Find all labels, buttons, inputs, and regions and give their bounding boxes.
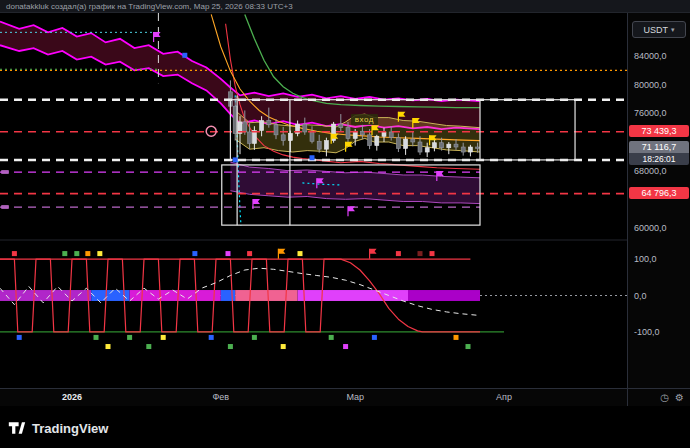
left-edge-marker bbox=[1, 205, 9, 209]
candle-body bbox=[425, 148, 429, 152]
signal-square bbox=[396, 251, 401, 256]
alert-price-value: 73 439,3 bbox=[641, 126, 676, 136]
histogram-bar bbox=[408, 290, 480, 301]
flag-marker bbox=[437, 171, 444, 176]
timezone-clock-icon[interactable]: ◷ bbox=[660, 393, 669, 403]
time-axis-label: 2026 bbox=[62, 392, 82, 402]
candle-body bbox=[324, 141, 328, 150]
signal-square bbox=[466, 344, 471, 349]
signal-square bbox=[247, 251, 252, 256]
candle-body bbox=[310, 132, 314, 141]
flag-marker bbox=[154, 32, 161, 37]
alert-price-badge[interactable]: 73 439,3 bbox=[629, 125, 689, 137]
signal-square bbox=[192, 251, 197, 256]
signal-square bbox=[228, 344, 233, 349]
time-axis-label: Мар bbox=[346, 392, 364, 402]
flag-marker bbox=[253, 199, 260, 204]
candle-body bbox=[432, 143, 436, 148]
currency-button[interactable]: USDT ▾ bbox=[632, 21, 686, 38]
candle-body bbox=[260, 121, 264, 131]
entry-annotation[interactable]: вход bbox=[351, 114, 378, 125]
histogram-bar bbox=[235, 290, 297, 301]
candle-body bbox=[303, 124, 307, 132]
candle-body bbox=[375, 136, 379, 145]
histogram-bar bbox=[298, 290, 408, 301]
tradingview-logo-text: TradingView bbox=[32, 421, 108, 436]
signal-square bbox=[182, 53, 187, 58]
signal-square bbox=[106, 344, 111, 349]
currency-button-label: USDT bbox=[643, 25, 668, 35]
candle-body bbox=[476, 147, 480, 148]
candle-body bbox=[404, 139, 408, 148]
last-price-badge: 71 116,7 18:26:01 bbox=[629, 141, 689, 165]
oscillator-axis-label: -100,0 bbox=[634, 327, 660, 337]
signal-square bbox=[281, 344, 286, 349]
signal-square bbox=[226, 251, 231, 256]
axis-settings-corner: ◷ ⚙ bbox=[627, 388, 690, 406]
time-axis[interactable]: 2026ФевМарАпр bbox=[0, 388, 627, 406]
signal-square bbox=[127, 335, 132, 340]
signal-square bbox=[97, 251, 102, 256]
signal-square bbox=[372, 335, 377, 340]
signal-square bbox=[430, 251, 435, 256]
signal-square bbox=[146, 344, 151, 349]
signal-square bbox=[343, 344, 348, 349]
time-axis-label: Апр bbox=[496, 392, 512, 402]
candle-body bbox=[389, 132, 393, 138]
candle-body bbox=[243, 122, 247, 132]
signal-square bbox=[161, 335, 166, 340]
signal-square bbox=[94, 335, 99, 340]
price-axis-label: 80000,0 bbox=[634, 80, 667, 90]
alert-price-value: 64 796,3 bbox=[641, 188, 676, 198]
candle-body bbox=[454, 144, 458, 147]
histogram-bar bbox=[221, 290, 235, 301]
chart-canvas[interactable] bbox=[0, 0, 690, 448]
candle-body bbox=[317, 141, 321, 149]
price-axis-label: 76000,0 bbox=[634, 108, 667, 118]
signal-square bbox=[252, 335, 257, 340]
signal-square bbox=[209, 335, 214, 340]
tradingview-logo[interactable]: TradingView bbox=[8, 420, 108, 436]
signal-square bbox=[74, 251, 79, 256]
signal-square bbox=[17, 335, 22, 340]
attribution-bar: donatakkluk создал(а) график на TradingV… bbox=[0, 0, 690, 13]
price-axis[interactable]: USDT ▾ 73 439,3 71 116,7 18:26:01 64 796… bbox=[627, 13, 690, 388]
signal-square bbox=[12, 251, 17, 256]
bar-countdown: 18:26:01 bbox=[629, 153, 689, 165]
alert-price-badge[interactable]: 64 796,3 bbox=[629, 187, 689, 199]
candle-body bbox=[461, 147, 465, 152]
signal-square bbox=[62, 251, 67, 256]
candle-body bbox=[418, 142, 422, 152]
tradingview-chart-window: donatakkluk создал(а) график на TradingV… bbox=[0, 0, 690, 448]
candle-body bbox=[368, 135, 372, 146]
candle-body bbox=[440, 143, 444, 148]
candle-body bbox=[382, 132, 386, 136]
histogram-bar bbox=[0, 290, 91, 301]
signal-square bbox=[329, 335, 334, 340]
candle-body bbox=[411, 139, 415, 142]
signal-square bbox=[85, 251, 90, 256]
candle-body bbox=[248, 132, 252, 143]
magenta-band-fill bbox=[0, 22, 480, 130]
candle-body bbox=[468, 147, 472, 152]
candle-body bbox=[447, 144, 451, 148]
attribution-text: donatakkluk создал(а) график на TradingV… bbox=[6, 2, 293, 11]
oscillator-axis-label: 100,0 bbox=[634, 254, 657, 264]
left-edge-marker bbox=[1, 170, 9, 174]
candle-body bbox=[281, 135, 285, 141]
candle-body bbox=[267, 121, 271, 125]
flag-marker bbox=[348, 206, 355, 211]
signal-square bbox=[418, 251, 423, 256]
time-axis-label: Фев bbox=[212, 392, 229, 402]
candle-body bbox=[360, 131, 364, 135]
flag-marker bbox=[370, 249, 377, 254]
last-price-value: 71 116,7 bbox=[629, 141, 689, 153]
flag-marker bbox=[278, 249, 285, 254]
settings-gear-icon[interactable]: ⚙ bbox=[675, 393, 684, 403]
candle-body bbox=[346, 128, 350, 139]
price-axis-label: 84000,0 bbox=[634, 51, 667, 61]
chevron-down-icon: ▾ bbox=[671, 26, 675, 34]
signal-square bbox=[233, 157, 238, 162]
tradingview-logo-icon bbox=[8, 420, 26, 436]
candle-body bbox=[274, 125, 278, 135]
